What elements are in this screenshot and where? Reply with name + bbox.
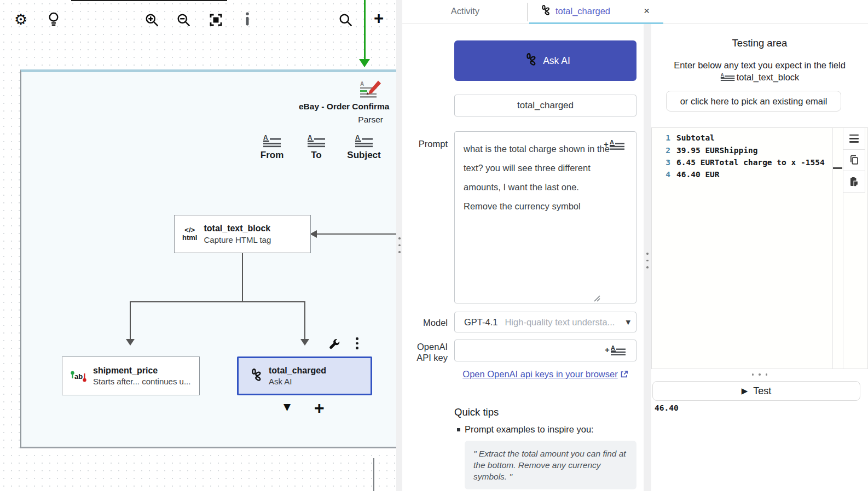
parser-field-label: Subject <box>347 150 380 161</box>
openai-icon <box>537 4 551 18</box>
tab-total-charged[interactable]: total_charged <box>537 4 610 18</box>
model-select[interactable]: GPT-4.1 High-quality text understa... ▼ <box>454 312 636 332</box>
green-connector-arrowhead <box>359 59 370 67</box>
insert-field-button[interactable]: + A <box>605 344 627 356</box>
editor-menu-button[interactable] <box>843 128 865 150</box>
html-tag-icon: </> html <box>182 226 197 241</box>
prompt-input[interactable]: what is the total charge shown in the te… <box>454 131 636 303</box>
field-lines-icon: A <box>354 135 374 148</box>
editor-scrollbar[interactable] <box>832 128 843 369</box>
play-icon: ▶ <box>742 386 748 396</box>
line-number: 1 <box>652 133 670 142</box>
right-panel-tabbar: Activity total_charged × <box>402 0 868 24</box>
ask-ai-label: Ask AI <box>543 55 570 67</box>
field-name-input[interactable] <box>454 95 636 116</box>
testing-field-ref: A total_text_block <box>651 72 868 83</box>
line-text: Subtotal <box>676 133 715 142</box>
quick-tips-title: Quick tips <box>454 406 499 418</box>
plus-icon: + <box>314 398 325 418</box>
result-splitter-handle[interactable] <box>651 373 868 376</box>
pick-existing-email-button[interactable]: or click here to pick an existing email <box>666 91 841 112</box>
collapse-branch-button[interactable]: ▼ <box>283 401 291 412</box>
quick-tips-item: Prompt examples to inspire you: <box>465 424 594 435</box>
node-subtitle: Starts after... continues u... <box>93 376 190 387</box>
node-subtitle: Capture HTML tag <box>204 235 271 245</box>
tab-activity[interactable]: Activity <box>424 6 506 16</box>
splitter-handle[interactable] <box>646 253 649 268</box>
triangle-down-icon: ▼ <box>283 401 291 412</box>
zoom-out-button[interactable] <box>175 11 192 28</box>
ask-ai-button[interactable]: Ask AI <box>454 40 636 81</box>
openai-icon <box>246 368 262 384</box>
code-lines: 1 Subtotal 2 39.95 EURShipping 3 6.45 EU… <box>652 132 832 181</box>
parser-edit-icon[interactable]: A <box>359 80 382 98</box>
zoom-out-icon <box>176 13 191 27</box>
flow-canvas[interactable]: ⚙ + A <box>0 0 396 491</box>
copy-button[interactable] <box>843 150 865 172</box>
field-ref-label: total_text_block <box>737 72 800 83</box>
node-shipment-price[interactable]: ab shipment_price Starts after... contin… <box>62 356 200 395</box>
connector-line <box>316 233 396 235</box>
lightbulb-icon <box>47 11 61 27</box>
node-settings-button[interactable] <box>326 336 343 353</box>
svg-text:A: A <box>610 139 614 145</box>
parser-field-from[interactable]: A From <box>256 135 288 161</box>
node-title: total_text_block <box>204 223 271 235</box>
paste-button[interactable] <box>843 171 865 193</box>
link-label: Open OpenAI api keys in your browser <box>462 369 617 379</box>
model-label: Model <box>402 317 448 328</box>
insert-field-icon: + A <box>604 139 626 151</box>
connector-arrowhead <box>300 339 309 346</box>
node-title: shipment_price <box>93 365 190 377</box>
code-line: 2 39.95 EURShipping <box>652 144 832 156</box>
testing-panel: Testing area Enter below any text you ex… <box>651 24 868 491</box>
parser-title: eBay - Order Confirma <box>299 102 396 112</box>
svg-text:A: A <box>720 73 724 78</box>
testing-area-title: Testing area <box>651 37 868 49</box>
line-number: 4 <box>652 170 670 179</box>
test-result-value: 46.40 <box>655 404 679 412</box>
testing-instruction: Enter below any text you expect in the f… <box>651 60 868 71</box>
testing-panel-splitter[interactable] <box>644 24 651 491</box>
search-button[interactable] <box>337 11 354 28</box>
info-icon <box>240 11 254 27</box>
settings-button[interactable]: ⚙ <box>13 11 29 27</box>
add-node-button[interactable]: + <box>371 10 387 26</box>
line-number: 2 <box>652 146 670 155</box>
field-lines-icon: A <box>306 135 326 148</box>
add-child-node-button[interactable]: + <box>314 399 325 417</box>
code-line: 4 46.40 EUR <box>652 168 832 180</box>
node-menu-button[interactable] <box>356 337 358 352</box>
chevron-down-icon: ▼ <box>626 319 630 326</box>
code-line: 1 Subtotal <box>652 132 832 144</box>
close-tab-button[interactable]: × <box>644 5 650 17</box>
field-lines-icon: A <box>720 73 736 82</box>
fit-view-button[interactable] <box>207 11 224 28</box>
search-icon <box>338 13 353 27</box>
text-range-icon: ab <box>70 370 88 383</box>
test-button[interactable]: ▶ Test <box>652 381 860 401</box>
svg-text:+: + <box>604 139 609 149</box>
test-input-editor[interactable]: 1 Subtotal 2 39.95 EURShipping 3 6.45 EU… <box>651 127 868 369</box>
line-text: 6.45 EURTotal charge to x -1554 <box>676 158 825 167</box>
tips-button[interactable] <box>45 11 62 27</box>
insert-field-button[interactable]: + A <box>604 139 626 151</box>
gear-icon: ⚙ <box>14 12 27 27</box>
node-total-charged[interactable]: total_charged Ask AI <box>237 356 372 395</box>
connector-line <box>130 301 131 340</box>
app-root: ⚙ + A <box>0 0 868 491</box>
splitter-handle[interactable] <box>398 237 401 253</box>
info-button[interactable] <box>239 11 256 27</box>
zoom-in-button[interactable] <box>143 11 160 28</box>
openai-keys-link[interactable]: Open OpenAI api keys in your browser <box>454 369 636 379</box>
node-total-text-block[interactable]: </> html total_text_block Capture HTML t… <box>174 215 311 253</box>
zoom-in-icon <box>144 13 159 27</box>
hamburger-icon <box>849 135 859 143</box>
svg-text:A: A <box>611 344 615 351</box>
parser-field-subject[interactable]: A Subject <box>342 135 386 161</box>
fit-screen-icon <box>209 13 223 27</box>
tab-label: total_charged <box>555 6 610 16</box>
textarea-resize-handle[interactable] <box>593 294 600 302</box>
parser-field-to[interactable]: A To <box>304 135 328 161</box>
bullet-icon <box>457 428 460 431</box>
